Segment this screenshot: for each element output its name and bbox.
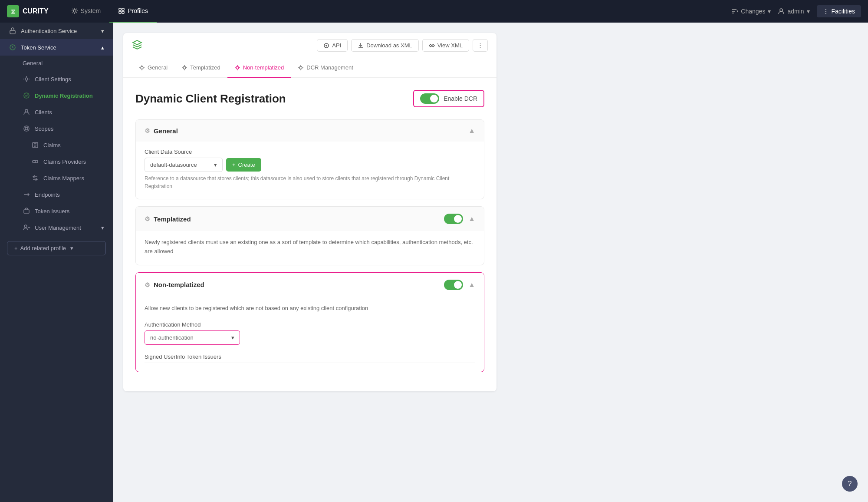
svg-rect-3 <box>119 11 121 13</box>
sidebar-item-user-management[interactable]: User Management ▾ <box>9 219 113 236</box>
templatized-description: Newly registered clients must use an exi… <box>145 238 475 256</box>
svg-point-12 <box>24 126 29 131</box>
admin-chevron: ▾ <box>807 8 810 15</box>
changes-chevron: ▾ <box>768 8 771 15</box>
sidebar-item-claims-providers[interactable]: Claims Providers <box>9 153 113 170</box>
create-plus-icon: + <box>232 162 236 168</box>
signed-userinfo-label: Signed UserInfo Token Issuers <box>145 353 475 360</box>
auth-method-label: Authentication Method <box>145 321 475 328</box>
svg-point-11 <box>25 127 28 130</box>
svg-point-14 <box>33 160 35 163</box>
sidebar-item-general[interactable]: General <box>9 56 113 71</box>
templatized-toggle[interactable] <box>444 214 463 224</box>
general-gear-icon: ⚙ <box>145 127 150 134</box>
toggle-thumb <box>430 95 438 102</box>
datasource-help-text: Reference to a datasource that stores cl… <box>145 175 475 190</box>
section-non-templatized-body: Allow new clients to be registered which… <box>136 297 484 372</box>
sidebar-item-clients[interactable]: Clients <box>9 104 113 120</box>
sidebar-item-claims-mappers[interactable]: Claims Mappers <box>9 170 113 186</box>
svg-point-19 <box>141 66 143 69</box>
section-templatized-header: ⚙ Templatized ▲ <box>136 207 484 231</box>
logo-icon: ⧖ <box>7 5 19 17</box>
api-button[interactable]: API <box>317 39 348 52</box>
page-content: Dynamic Client Registration Enable DCR ⚙… <box>123 78 496 391</box>
svg-rect-16 <box>24 210 29 213</box>
section-general: ⚙ General ▲ Client Data Source default-d… <box>135 119 484 199</box>
nav-right: Changes ▾ admin ▾ ⋮ Facilities <box>731 5 861 17</box>
sidebar-item-client-settings[interactable]: Client Settings <box>9 71 113 87</box>
main-content: API Download as XML View XML ⋮ General <box>113 23 868 502</box>
svg-rect-4 <box>122 11 124 13</box>
svg-rect-2 <box>122 8 124 10</box>
client-data-source-label: Client Data Source <box>145 149 475 155</box>
create-button[interactable]: + Create <box>226 158 261 172</box>
section-templatized-title: ⚙ Templatized <box>145 215 191 223</box>
sidebar-token-service-children: General Client Settings Dynamic Registra… <box>0 56 113 236</box>
client-data-source-row: default-datasource ▾ + Create <box>145 158 475 172</box>
sidebar-token-service-label: Token Service <box>21 44 56 51</box>
nav-profiles-label: Profiles <box>128 7 148 14</box>
view-xml-button[interactable]: View XML <box>422 39 469 52</box>
sidebar-item-authentication-service[interactable]: Authentication Service ▾ <box>0 23 113 39</box>
svg-point-17 <box>24 225 27 228</box>
sidebar: Authentication Service ▾ Token Service ▴… <box>0 23 113 502</box>
non-templatized-collapse-button[interactable]: ▲ <box>468 281 475 289</box>
add-profile-chevron: ▾ <box>70 245 73 251</box>
token-service-chevron: ▴ <box>101 44 104 51</box>
section-non-templatized-title: ⚙ Non-templatized <box>145 281 204 288</box>
section-templatized-body: Newly registered clients must use an exi… <box>136 231 484 265</box>
download-xml-button[interactable]: Download as XML <box>351 39 419 52</box>
changes-button[interactable]: Changes ▾ <box>731 8 771 15</box>
section-general-title: ⚙ General <box>145 127 178 135</box>
non-templatized-toggle[interactable] <box>444 280 463 290</box>
add-profile-label: Add related profile <box>20 245 66 251</box>
nav-system[interactable]: System <box>62 0 110 23</box>
auth-method-select[interactable]: no-authentication ▾ <box>145 330 240 345</box>
logo-text: CURITY <box>23 7 49 15</box>
svg-point-22 <box>299 66 302 69</box>
sidebar-auth-service-label: Authentication Service <box>21 28 77 34</box>
tab-templatized[interactable]: Templatized <box>174 58 227 78</box>
add-icon: + <box>14 245 18 251</box>
svg-point-10 <box>25 109 28 112</box>
templatized-toggle-thumb <box>454 215 462 223</box>
svg-point-20 <box>183 66 186 69</box>
tabs-container: General Templatized Non-templatized DCR … <box>123 58 496 78</box>
content-card: API Download as XML View XML ⋮ General <box>123 33 496 391</box>
sidebar-item-endpoints[interactable]: Endpoints <box>9 186 113 203</box>
facilities-label: Facilities <box>832 8 855 15</box>
svg-point-21 <box>236 66 239 69</box>
nav-system-label: System <box>81 7 101 14</box>
more-options-button[interactable]: ⋮ <box>473 39 488 52</box>
card-header: API Download as XML View XML ⋮ <box>123 33 496 58</box>
sidebar-item-dynamic-registration[interactable]: Dynamic Registration <box>9 87 113 104</box>
sidebar-item-claims[interactable]: Claims <box>9 137 113 153</box>
enable-dcr-toggle-box[interactable]: Enable DCR <box>413 90 484 107</box>
admin-button[interactable]: admin ▾ <box>778 8 809 15</box>
facilities-dots: ⋮ <box>823 8 829 15</box>
svg-point-5 <box>780 9 783 11</box>
tab-general[interactable]: General <box>132 58 174 78</box>
facilities-button[interactable]: ⋮ Facilities <box>817 5 861 17</box>
templatized-collapse-button[interactable]: ▲ <box>468 215 475 223</box>
sidebar-item-token-issuers[interactable]: Token Issuers <box>9 203 113 219</box>
enable-dcr-toggle[interactable] <box>420 93 439 104</box>
tab-dcr-management[interactable]: DCR Management <box>291 58 360 78</box>
section-non-templatized: ⚙ Non-templatized ▲ Allow new clients to… <box>135 272 484 373</box>
svg-rect-6 <box>10 30 15 34</box>
sidebar-item-scopes[interactable]: Scopes <box>9 120 113 137</box>
section-general-header: ⚙ General ▲ <box>136 120 484 142</box>
page-title-row: Dynamic Client Registration Enable DCR <box>135 90 484 107</box>
templatized-gear-icon: ⚙ <box>145 215 150 222</box>
add-related-profile-button[interactable]: + Add related profile ▾ <box>7 241 106 255</box>
top-navigation: ⧖ CURITY System Profiles Changes ▾ admin… <box>0 0 868 23</box>
section-general-body: Client Data Source default-datasource ▾ … <box>136 142 484 199</box>
tab-non-templatized[interactable]: Non-templatized <box>227 58 291 78</box>
nav-profiles[interactable]: Profiles <box>109 0 157 23</box>
datasource-select[interactable]: default-datasource ▾ <box>145 158 223 172</box>
sidebar-item-token-service[interactable]: Token Service ▴ <box>0 39 113 56</box>
help-button[interactable]: ? <box>842 476 858 492</box>
app-logo[interactable]: ⧖ CURITY <box>7 5 49 17</box>
nav-items: System Profiles <box>62 0 732 23</box>
general-collapse-button[interactable]: ▲ <box>468 127 475 135</box>
